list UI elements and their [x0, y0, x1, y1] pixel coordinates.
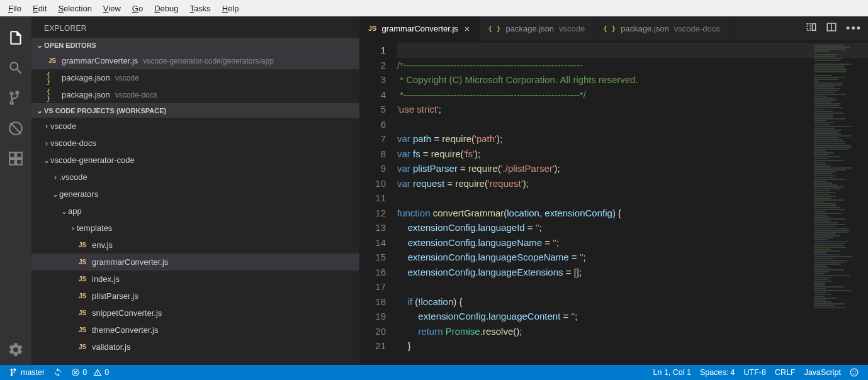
chevron-icon: ⌄	[60, 207, 68, 216]
language-mode[interactable]: JavaScript	[800, 365, 845, 380]
folder-item[interactable]: ›.vscode	[31, 169, 359, 186]
chevron-icon: ⌄	[43, 156, 50, 165]
svg-rect-4	[16, 159, 22, 165]
item-label: grammarConverter.js	[92, 257, 168, 267]
svg-rect-3	[9, 159, 15, 165]
svg-rect-5	[807, 24, 810, 31]
file-icon: { }	[47, 88, 58, 102]
folder-item[interactable]: ›vscode-docs	[31, 135, 359, 152]
sync-button[interactable]	[49, 365, 67, 380]
editor-tab[interactable]: { }package.jsonvscode	[480, 16, 595, 40]
menu-edit[interactable]: Edit	[27, 2, 52, 15]
svg-point-10	[850, 369, 858, 376]
explorer-icon[interactable]	[0, 23, 31, 53]
menu-go[interactable]: Go	[127, 2, 149, 15]
open-editor-item[interactable]: JSgrammarConverter.jsvscode-generator-co…	[31, 52, 359, 69]
editor-tab[interactable]: { }package.jsonvscode-docs	[594, 16, 729, 40]
feedback-icon[interactable]	[845, 365, 863, 380]
file-icon: JS	[368, 25, 376, 32]
encoding[interactable]: UTF-8	[740, 365, 770, 380]
menu-tasks[interactable]: Tasks	[184, 2, 216, 15]
open-editors-header[interactable]: ⌄OPEN EDITORS	[31, 38, 359, 52]
chevron-icon: ›	[52, 173, 59, 182]
editor-group: JSgrammarConverter.js×{ }package.jsonvsc…	[359, 16, 868, 365]
tab-bar: JSgrammarConverter.js×{ }package.jsonvsc…	[359, 16, 868, 40]
settings-gear-icon[interactable]	[0, 335, 31, 365]
item-label: vscode-docs	[50, 138, 96, 148]
file-icon: { }	[603, 25, 616, 33]
tab-desc: vscode-docs	[674, 24, 720, 33]
item-label: vscode-generator-code	[50, 155, 135, 165]
menu-file[interactable]: File	[3, 2, 27, 15]
menu-selection[interactable]: Selection	[52, 2, 97, 15]
more-actions-icon[interactable]: •••	[846, 22, 862, 35]
file-item[interactable]: JSgrammarConverter.js	[31, 254, 359, 271]
git-branch[interactable]: master	[5, 365, 49, 380]
open-editors-label: OPEN EDITORS	[44, 42, 96, 49]
status-bar: master 0 0 Ln 1, Col 1 Spaces: 4 UTF-8 C…	[0, 365, 868, 380]
extensions-icon[interactable]	[0, 143, 31, 174]
code-content[interactable]: /*--------------------------------------…	[397, 40, 868, 365]
item-label: templates	[77, 223, 112, 233]
open-editor-item[interactable]: { }package.jsonvscode-docs	[31, 86, 359, 103]
folder-item[interactable]: ⌄vscode-generator-code	[31, 152, 359, 169]
folder-item[interactable]: ›vscode	[31, 118, 359, 135]
tab-desc: vscode	[559, 24, 585, 33]
indentation[interactable]: Spaces: 4	[696, 365, 740, 380]
workspace-label: VS CODE PROJECTS (WORKSPACE)	[44, 107, 166, 115]
menu-help[interactable]: Help	[217, 2, 245, 15]
file-icon: JS	[77, 259, 88, 265]
open-editor-item[interactable]: { }package.jsonvscode	[31, 69, 359, 86]
cursor-position[interactable]: Ln 1, Col 1	[649, 365, 696, 380]
file-icon: { }	[488, 25, 501, 33]
file-icon: JS	[77, 344, 88, 350]
item-label: themeConverter.js	[92, 325, 159, 335]
file-tree: ›vscode›vscode-docs⌄vscode-generator-cod…	[31, 118, 359, 355]
file-icon: JS	[77, 293, 88, 299]
chevron-icon: ›	[43, 122, 50, 131]
workspace-header[interactable]: ⌄VS CODE PROJECTS (WORKSPACE)	[31, 103, 359, 118]
file-icon: JS	[77, 276, 88, 282]
file-item[interactable]: JSenv.js	[31, 237, 359, 254]
split-editor-icon[interactable]	[826, 21, 837, 35]
file-item[interactable]: JSthemeConverter.js	[31, 321, 359, 338]
compare-icon[interactable]	[806, 21, 817, 35]
file-item[interactable]: JSplistParser.js	[31, 288, 359, 305]
file-path: vscode	[115, 74, 139, 82]
item-label: .vscode	[59, 172, 87, 182]
menu-view[interactable]: View	[98, 2, 127, 15]
file-item[interactable]: JSvalidator.js	[31, 338, 359, 355]
explorer-title: EXPLORER	[31, 16, 359, 38]
file-icon: { }	[47, 71, 58, 85]
source-control-icon[interactable]	[0, 83, 31, 113]
branch-name: master	[21, 368, 45, 377]
svg-rect-6	[813, 24, 816, 31]
tab-label: package.json	[621, 24, 669, 33]
svg-point-11	[852, 371, 853, 372]
editor-tab[interactable]: JSgrammarConverter.js×	[359, 16, 480, 40]
item-label: generators	[59, 189, 98, 199]
warning-count: 0	[104, 368, 109, 377]
close-icon[interactable]: ×	[465, 23, 470, 34]
menu-debug[interactable]: Debug	[149, 2, 184, 15]
file-name: package.json	[62, 90, 110, 99]
problems[interactable]: 0 0	[67, 365, 113, 380]
error-count: 0	[82, 368, 87, 377]
search-icon[interactable]	[0, 53, 31, 83]
file-path: vscode-docs	[115, 91, 157, 99]
folder-item[interactable]: ›templates	[31, 220, 359, 237]
code-editor[interactable]: 123456789101112131415161718192021 /*----…	[359, 40, 868, 365]
svg-rect-2	[16, 152, 22, 158]
item-label: vscode	[50, 121, 76, 131]
file-name: package.json	[62, 73, 110, 82]
folder-item[interactable]: ⌄generators	[31, 186, 359, 203]
chevron-icon: ›	[43, 139, 50, 148]
file-item[interactable]: JSindex.js	[31, 271, 359, 288]
chevron-icon: ›	[69, 224, 77, 233]
debug-icon[interactable]	[0, 113, 31, 143]
tab-actions: •••	[806, 16, 868, 40]
file-item[interactable]: JSsnippetConverter.js	[31, 305, 359, 321]
folder-item[interactable]: ⌄app	[31, 203, 359, 220]
item-label: app	[68, 206, 82, 216]
eol[interactable]: CRLF	[770, 365, 800, 380]
